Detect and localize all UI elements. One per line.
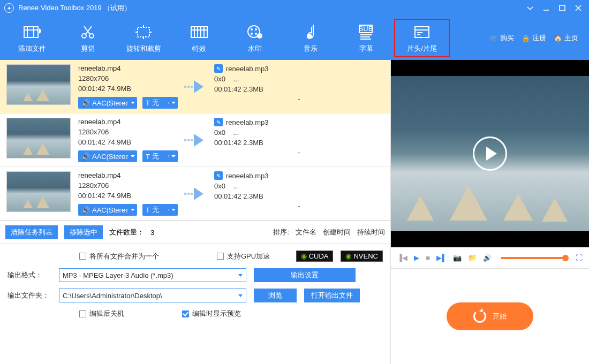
output-duration-size: 00:01:42 2.3MB — [214, 192, 384, 200]
tool-icon-4 — [246, 22, 263, 42]
file-duration-size: 00:01:42 74.9MB — [78, 85, 178, 93]
tool-icon-0 — [23, 22, 41, 42]
dropdown-icon[interactable] — [524, 2, 537, 14]
thumbnail — [6, 118, 71, 158]
lock-icon: 🔒 — [522, 34, 530, 42]
format-combo[interactable]: MP3 - MPEG Layer-3 Audio (*.mp3) — [59, 268, 246, 282]
text-icon: T — [146, 153, 150, 161]
folder-combo[interactable]: C:\Users\Administrator\Desktop\ — [59, 289, 246, 302]
tool-icon-2 — [134, 22, 153, 42]
arrow-icon — [184, 134, 203, 147]
cuda-badge: ◉CUDA — [296, 251, 334, 262]
start-button[interactable]: 开始 — [447, 302, 533, 330]
svg-rect-4 — [138, 27, 149, 37]
svg-point-3 — [89, 34, 94, 38]
tool-icon-6: SUB — [357, 22, 375, 42]
play-icon[interactable]: ▶ — [414, 254, 419, 262]
output-name: reneelab.mp3 — [226, 118, 269, 126]
list-controls: 清除任务列表 移除选中 文件数量： 3 排序: 文件名 创建时间 持续时间 — [0, 221, 390, 244]
output-options: 将所有文件合并为一个 支持GPU加速 ◉CUDA ◉NVENC 输出格式： MP… — [0, 244, 390, 364]
tool-2[interactable]: 旋转和裁剪 — [116, 19, 171, 57]
tool-6[interactable]: SUB字幕 — [338, 19, 394, 57]
next-icon[interactable]: ▶▌ — [436, 254, 447, 262]
preview-controls: ▐◀ ▶ ■ ▶▌ 📷 📁 🔊 ⛶ — [391, 247, 589, 269]
tool-0[interactable]: 添加文件 — [4, 19, 60, 57]
maximize-icon[interactable] — [556, 2, 569, 14]
edit-icon[interactable]: ✎ — [214, 118, 223, 126]
tool-3[interactable]: 特效 — [171, 19, 227, 57]
file-row[interactable]: reneelab.mp41280x70600:01:42 74.9MB🔊AAC(… — [0, 167, 390, 221]
merge-checkbox[interactable]: 将所有文件合并为一个 — [79, 252, 159, 261]
subtitle-dropdown[interactable]: T 无 — [142, 204, 178, 216]
main-toolbar: 添加文件剪切旋转和裁剪特效水印音乐SUB字幕片头/片尾 🛒购买 🔒注册 🏠主页 — [0, 16, 589, 60]
file-list: reneelab.mp41280x70600:01:42 74.9MB🔊AAC(… — [0, 60, 390, 221]
tool-4[interactable]: 水印 — [227, 19, 283, 57]
buy-link[interactable]: 🛒购买 — [489, 33, 514, 43]
volume-icon[interactable]: 🔊 — [483, 254, 492, 262]
file-row[interactable]: reneelab.mp41280x70600:01:42 74.9MB🔊AAC(… — [0, 60, 390, 113]
fullscreen-icon[interactable]: ⛶ — [576, 254, 583, 262]
tool-icon-5 — [304, 22, 318, 42]
prev-icon[interactable]: ▐◀ — [397, 254, 407, 262]
edit-icon[interactable]: ✎ — [214, 171, 223, 180]
subtitle-dropdown[interactable]: T 无 — [142, 150, 178, 162]
subtitle-dropdown[interactable]: T 无 — [142, 97, 178, 109]
cart-icon: 🛒 — [489, 34, 498, 42]
audio-track-dropdown[interactable]: 🔊AAC(Stereo 44 — [78, 204, 137, 216]
app-title: Renee Video Toolbox 2019 （试用） — [18, 3, 131, 13]
register-link[interactable]: 🔒注册 — [522, 33, 546, 43]
tool-icon-1 — [79, 22, 97, 42]
clear-list-button[interactable]: 清除任务列表 — [5, 225, 58, 239]
svg-point-11 — [257, 33, 262, 39]
home-link[interactable]: 🏠主页 — [554, 33, 578, 43]
tool-icon-7 — [413, 22, 431, 42]
nvenc-badge: ◉NVENC — [341, 251, 383, 262]
tool-1[interactable]: 剪切 — [60, 19, 116, 57]
file-count-label: 文件数量： — [109, 228, 144, 237]
sort-by-duration[interactable]: 持续时间 — [357, 228, 385, 237]
sort-by-created[interactable]: 创建时间 — [323, 228, 351, 237]
close-icon[interactable] — [572, 2, 585, 14]
svg-point-9 — [251, 33, 253, 35]
audio-track-dropdown[interactable]: 🔊AAC(Stereo 44 — [78, 97, 137, 109]
file-row[interactable]: reneelab.mp41280x70600:01:42 74.9MB🔊AAC(… — [0, 113, 390, 167]
file-resolution: 1280x706 — [78, 74, 178, 82]
stop-icon[interactable]: ■ — [426, 254, 430, 262]
file-resolution: 1280x706 — [78, 128, 178, 136]
arrow-icon — [184, 80, 203, 93]
volume-slider[interactable] — [501, 257, 566, 259]
tool-5[interactable]: 音乐 — [283, 19, 338, 57]
preview-checkbox[interactable]: 编辑时显示预览 — [182, 309, 241, 318]
open-folder-icon[interactable]: 📁 — [468, 254, 477, 262]
edit-icon[interactable]: ✎ — [214, 64, 223, 73]
audio-track-dropdown[interactable]: 🔊AAC(Stereo 44 — [78, 150, 137, 162]
output-resolution: 0x0 ... — [214, 75, 384, 83]
svg-point-8 — [255, 28, 257, 31]
home-icon: 🏠 — [554, 34, 562, 42]
sort-by-name[interactable]: 文件名 — [296, 228, 316, 237]
file-duration-size: 00:01:42 74.9MB — [78, 138, 178, 146]
text-icon: T — [146, 99, 150, 107]
output-resolution: 0x0 ... — [214, 182, 384, 190]
open-output-button[interactable]: 打开输出文件 — [304, 289, 360, 302]
minimize-icon[interactable] — [540, 2, 553, 14]
titlebar: ✦ Renee Video Toolbox 2019 （试用） — [0, 0, 589, 16]
shutdown-checkbox[interactable]: 编辑后关机 — [79, 309, 124, 318]
svg-rect-0 — [560, 5, 565, 11]
play-preview-button[interactable] — [473, 136, 507, 171]
format-label: 输出格式： — [7, 270, 51, 280]
tool-7[interactable]: 片头/片尾 — [394, 19, 450, 57]
output-status: - — [214, 202, 384, 216]
output-settings-button[interactable]: 输出设置 — [254, 268, 356, 282]
remove-selected-button[interactable]: 移除选中 — [64, 225, 103, 239]
svg-rect-1 — [24, 27, 38, 37]
svg-point-7 — [251, 28, 253, 31]
thumbnail — [6, 64, 71, 105]
speaker-icon: 🔊 — [81, 206, 90, 214]
output-status: - — [214, 95, 384, 109]
snapshot-icon[interactable]: 📷 — [453, 254, 462, 262]
file-name: reneelab.mp4 — [78, 118, 178, 126]
gpu-checkbox[interactable]: 支持GPU加速 — [217, 252, 270, 261]
browse-button[interactable]: 浏览 — [254, 289, 297, 302]
tool-icon-3 — [190, 22, 208, 42]
